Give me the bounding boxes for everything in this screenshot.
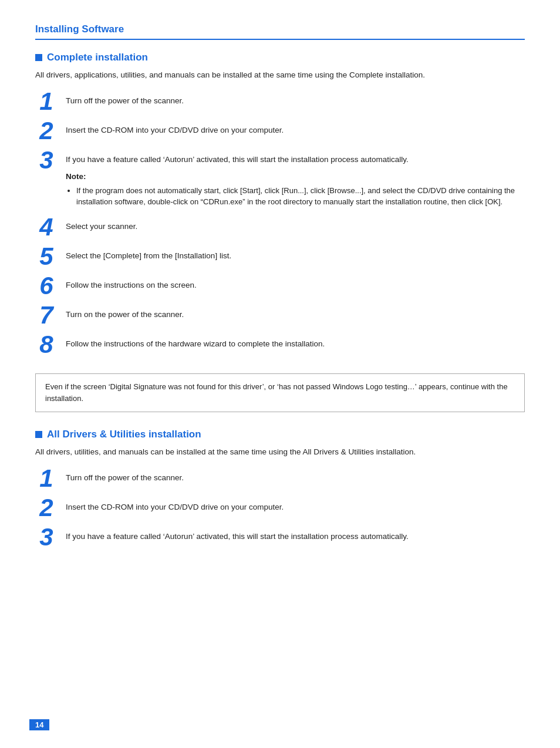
section2-step-1-number: 1	[35, 466, 58, 491]
section1-heading-text: Complete installation	[47, 52, 148, 63]
step-2-content: Insert the CD-ROM into your CD/DVD drive…	[66, 121, 525, 136]
step-7-content: Turn on the power of the scanner.	[66, 305, 525, 321]
step-4-number: 4	[35, 215, 58, 240]
section2-heading-text: All Drivers & Utilities installation	[47, 429, 201, 440]
section2-step-3-text: If you have a feature called ‘Autorun’ a…	[66, 532, 409, 541]
page-header: Installing Software	[35, 23, 525, 40]
step-6-row: 6 Follow the instructions on the screen.	[35, 276, 525, 298]
step-5-content: Select the [Complete] from the [Installa…	[66, 247, 525, 262]
section1-intro: All drivers, applications, utilities, an…	[35, 69, 525, 81]
step-5-row: 5 Select the [Complete] from the [Instal…	[35, 247, 525, 269]
section2-steps: 1 Turn off the power of the scanner. 2 I…	[35, 469, 525, 554]
step-8-number: 8	[35, 332, 58, 357]
step-1-number: 1	[35, 89, 58, 114]
section1-heading: Complete installation	[35, 52, 525, 63]
section2-step-3-row: 3 If you have a feature called ‘Autorun’…	[35, 527, 525, 550]
step-4-row: 4 Select your scanner.	[35, 217, 525, 240]
step-6-content: Follow the instructions on the screen.	[66, 276, 525, 291]
step-8-text: Follow the instructions of the hardware …	[66, 339, 325, 348]
page-header-title: Installing Software	[35, 23, 124, 35]
section2-step-2-number: 2	[35, 496, 58, 520]
step-2-row: 2 Insert the CD-ROM into your CD/DVD dri…	[35, 121, 525, 143]
step-2-text: Insert the CD-ROM into your CD/DVD drive…	[66, 126, 284, 134]
step-3-row: 3 If you have a feature called ‘Autorun’…	[35, 150, 525, 210]
step-6-text: Follow the instructions on the screen.	[66, 281, 197, 289]
step-1-row: 1 Turn off the power of the scanner.	[35, 92, 525, 114]
step-5-number: 5	[35, 244, 58, 269]
step-3-text: If you have a feature called ‘Autorun’ a…	[66, 155, 409, 164]
section2-step-2-text: Insert the CD-ROM into your CD/DVD drive…	[66, 503, 284, 511]
section2-heading: All Drivers & Utilities installation	[35, 429, 525, 440]
page-footer: 14	[29, 719, 49, 730]
section2-intro: All drivers, utilities, and manuals can …	[35, 446, 525, 458]
step-3-note-item-1: If the program does not automatically st…	[76, 185, 525, 208]
step-5-text: Select the [Complete] from the [Installa…	[66, 251, 231, 260]
page-number: 14	[29, 719, 49, 730]
step-7-number: 7	[35, 303, 58, 328]
step-8-row: 8 Follow the instructions of the hardwar…	[35, 335, 525, 357]
section2-step-2-content: Insert the CD-ROM into your CD/DVD drive…	[66, 498, 525, 513]
step-6-number: 6	[35, 274, 58, 298]
step-7-text: Turn on the power of the scanner.	[66, 310, 184, 319]
step-3-content: If you have a feature called ‘Autorun’ a…	[66, 150, 525, 210]
section2-step-1-row: 1 Turn off the power of the scanner.	[35, 469, 525, 491]
info-box: Even if the screen ‘Digital Signature wa…	[35, 373, 525, 412]
step-3-number: 3	[35, 148, 58, 173]
section2-step-3-content: If you have a feature called ‘Autorun’ a…	[66, 527, 525, 543]
section2-bullet-icon	[35, 431, 42, 438]
section2-step-1-content: Turn off the power of the scanner.	[66, 469, 525, 484]
section1-steps: 1 Turn off the power of the scanner. 2 I…	[35, 92, 525, 362]
step-8-content: Follow the instructions of the hardware …	[66, 335, 525, 350]
section2-step-1-text: Turn off the power of the scanner.	[66, 473, 184, 482]
step-3-note-list: If the program does not automatically st…	[66, 185, 525, 208]
step-4-text: Select your scanner.	[66, 222, 137, 231]
section2-step-2-row: 2 Insert the CD-ROM into your CD/DVD dri…	[35, 498, 525, 520]
step-7-row: 7 Turn on the power of the scanner.	[35, 305, 525, 328]
section1-bullet-icon	[35, 54, 42, 61]
step-4-content: Select your scanner.	[66, 217, 525, 233]
step-3-note-label: Note:	[66, 171, 525, 183]
section2-step-3-number: 3	[35, 525, 58, 550]
step-1-content: Turn off the power of the scanner.	[66, 92, 525, 107]
step-1-text: Turn off the power of the scanner.	[66, 96, 184, 105]
step-2-number: 2	[35, 119, 58, 143]
